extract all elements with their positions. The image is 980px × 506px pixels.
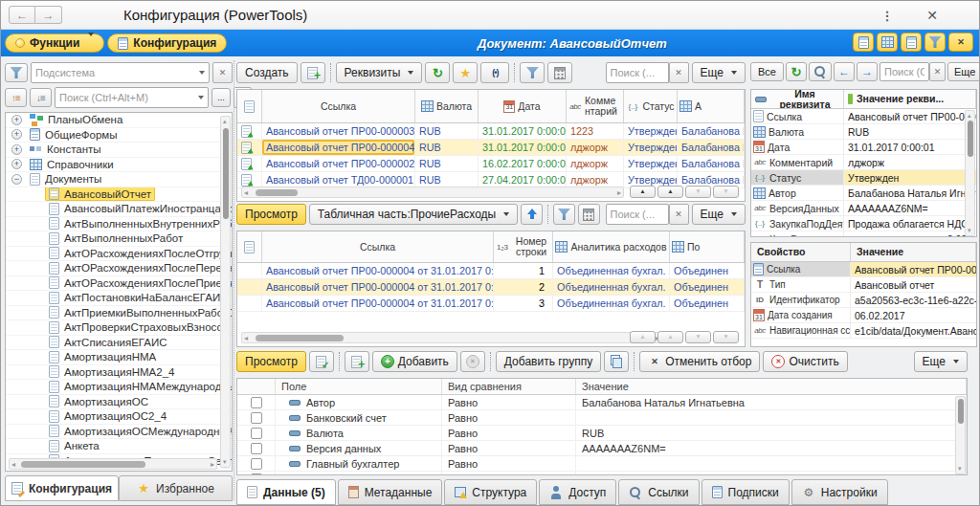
link-cell[interactable]: Авансовый отчет ПР00-000004 от 31.01.201… xyxy=(262,263,494,278)
go-next-button[interactable]: ▼ xyxy=(685,331,711,343)
value-column[interactable]: Значение xyxy=(851,243,976,261)
filter-view-button[interactable] xyxy=(924,33,946,52)
attribute-name-cell[interactable]: ВерсияДанных xyxy=(751,201,844,215)
tree-item[interactable]: АктПроверкиСтраховыхВзносов xyxy=(6,320,232,336)
tree-item[interactable]: АмортизацияОСМеждународныйУ xyxy=(6,425,232,440)
favorite-button[interactable] xyxy=(453,62,478,83)
refresh-button[interactable] xyxy=(425,62,450,83)
link-cell[interactable]: Авансовый отчет ПР00-000002 от 16.02.201… xyxy=(262,156,415,171)
create-button[interactable]: Создать xyxy=(236,62,298,83)
currency-cell[interactable]: RUB xyxy=(415,156,479,171)
subsystem-input[interactable] xyxy=(35,67,196,78)
column-icon-header[interactable] xyxy=(237,90,262,122)
column-field[interactable]: Поле xyxy=(276,379,442,394)
comment-cell[interactable]: лджорж xyxy=(567,140,624,155)
comment-cell[interactable]: лджорж xyxy=(567,156,624,171)
currency-cell[interactable]: RUB xyxy=(415,123,479,139)
tabular-part-hscrollbar[interactable] xyxy=(241,332,662,343)
bottom-tab[interactable]: Подписки xyxy=(702,479,790,505)
field-cell[interactable]: Группа фин. учета расчетов xyxy=(276,472,442,475)
list-more-button[interactable]: Еще xyxy=(692,62,746,83)
go-last-button[interactable]: ▼ xyxy=(713,331,739,343)
bottom-tab[interactable]: Настройки xyxy=(791,479,888,505)
attribute-name-cell[interactable]: КурсВзаиморасчетов xyxy=(751,231,844,237)
column-link[interactable]: Ссылка xyxy=(262,90,415,122)
attribute-name-cell[interactable]: Ссылка xyxy=(751,109,844,123)
chevron-down-icon[interactable] xyxy=(199,71,205,75)
tabular-part-row[interactable]: Авансовый отчет ПР00-000004 от 31.01.201… xyxy=(237,279,745,296)
link-cell[interactable]: Авансовый отчет ТД00-000001 от 27.04.201… xyxy=(262,172,415,187)
attribute-name-cell[interactable]: Комментарий xyxy=(751,155,844,169)
tree-vertical-scrollbar[interactable] xyxy=(220,116,231,468)
compare-cell[interactable]: Равно xyxy=(442,395,576,409)
comment-cell[interactable]: 1223 xyxy=(567,123,624,139)
field-cell[interactable]: Валюта xyxy=(276,426,442,440)
property-name-cell[interactable]: Тип xyxy=(751,277,851,292)
chevron-down-icon[interactable] xyxy=(198,96,204,99)
filter-row[interactable]: Валюта Равно RUB xyxy=(237,426,967,441)
column-analytics[interactable]: Аналитика расходов xyxy=(553,231,670,262)
attribute-row[interactable]: КурсВзаиморасчетов 2,003 xyxy=(751,231,976,237)
go-first-button[interactable]: ▲ xyxy=(630,186,656,198)
attribute-row[interactable]: Комментарий лджорж xyxy=(751,155,976,170)
sort-hierarchy-button[interactable] xyxy=(30,88,52,107)
tree-item[interactable]: АмортизацияОС xyxy=(6,395,232,410)
tree-item[interactable]: + Константы xyxy=(6,143,232,158)
attribute-name-cell[interactable]: Дата xyxy=(751,140,844,154)
column-value[interactable]: Значение xyxy=(576,379,967,394)
search-options-button[interactable]: ... xyxy=(212,88,231,107)
sort-asc-button[interactable] xyxy=(5,88,27,107)
column-icon-header[interactable] xyxy=(237,231,262,262)
bottom-tab[interactable]: Данные (5) xyxy=(236,479,336,505)
show-all-button[interactable]: Все xyxy=(750,62,784,81)
compare-cell[interactable]: Равно xyxy=(442,472,576,475)
property-row[interactable]: Ссылка Авансовый отчет ПР00-000004 от 31… xyxy=(751,262,976,277)
property-name-cell[interactable]: Навигационная ссылка xyxy=(751,323,851,338)
tabular-part-row[interactable]: Авансовый отчет ПР00-000004 от 31.01.201… xyxy=(237,296,745,312)
tree-item[interactable]: АктВыполненныхРабот xyxy=(6,231,232,247)
tree-item[interactable]: АктОРасхожденияхПослеПриемки xyxy=(6,276,232,292)
attr-zoom-button[interactable] xyxy=(809,62,832,81)
line-number-cell[interactable]: 3 xyxy=(494,296,553,311)
window-close-icon[interactable] xyxy=(922,6,943,25)
clear-filter-button[interactable]: Очистить xyxy=(763,351,847,372)
tree-item[interactable]: АмортизацияНМАМеждународный xyxy=(6,380,232,395)
checkbox[interactable] xyxy=(251,473,262,476)
attribute-value-cell[interactable]: Авансовый отчет ПР00-000004 от 31.01.201… xyxy=(844,109,976,123)
attribute-row[interactable]: Автор Балабанова Наталья Игнатьевна xyxy=(751,186,976,201)
sidebar-tab[interactable]: Избранное xyxy=(119,475,233,501)
property-value-cell[interactable]: e1cib/data/Документ.Аванс xyxy=(851,323,976,338)
property-row[interactable]: Навигационная ссылка e1cib/data/Документ… xyxy=(751,323,976,339)
attribute-row[interactable]: Статус Утвержден xyxy=(751,170,976,186)
document-table-hscrollbar[interactable] xyxy=(241,187,624,198)
attr-forward-button[interactable] xyxy=(857,62,878,81)
attribute-row[interactable]: Дата 31.01.2017 0:00:01 xyxy=(751,140,976,155)
back-button[interactable] xyxy=(9,6,35,24)
configuration-menu-button[interactable]: Конфигурация xyxy=(107,33,227,53)
value-cell[interactable]: Балабанова Наталья Игнатьевна xyxy=(576,395,967,409)
attribute-name-cell[interactable]: Валюта xyxy=(751,124,844,139)
go-next-button[interactable]: ▼ xyxy=(685,186,711,198)
date-cell[interactable]: 31.01.2017 0:00:01 xyxy=(479,140,567,155)
tabular-part-selector[interactable]: Табличная часть:ПрочиеРасходы xyxy=(309,204,518,225)
tree-horizontal-scrollbar[interactable] xyxy=(9,458,217,470)
attribute-name-cell[interactable]: Автор xyxy=(751,186,844,200)
last-cell[interactable]: Объединен xyxy=(670,296,745,311)
list-view-button[interactable] xyxy=(853,33,874,52)
tree-search-input[interactable] xyxy=(59,92,195,103)
attribute-value-cell[interactable]: Утвержден xyxy=(844,170,976,185)
attr-back-button[interactable] xyxy=(834,62,855,81)
author-cell[interactable]: Балабанова Наталья Игнатьевна xyxy=(678,140,745,155)
property-value-cell[interactable]: 06.02.2017 xyxy=(851,308,976,322)
tree-item[interactable]: АктОРасхожденияхПослеПеремещ xyxy=(6,261,232,276)
tree-item[interactable]: + ОбщиеФормы xyxy=(6,128,232,143)
checkbox[interactable] xyxy=(251,428,262,439)
tree-item[interactable]: АмортизацияНМА xyxy=(6,350,232,365)
property-row[interactable]: Тип Авансовый отчет xyxy=(751,277,976,293)
go-prev-button[interactable]: ▲ xyxy=(657,331,683,343)
forward-button[interactable] xyxy=(35,6,62,24)
value-cell[interactable] xyxy=(576,410,967,425)
sidebar-splitter[interactable] xyxy=(234,60,235,500)
filter-row[interactable]: Главный бухгалтер Равно xyxy=(237,456,967,472)
property-column[interactable]: Свойство xyxy=(751,243,851,261)
